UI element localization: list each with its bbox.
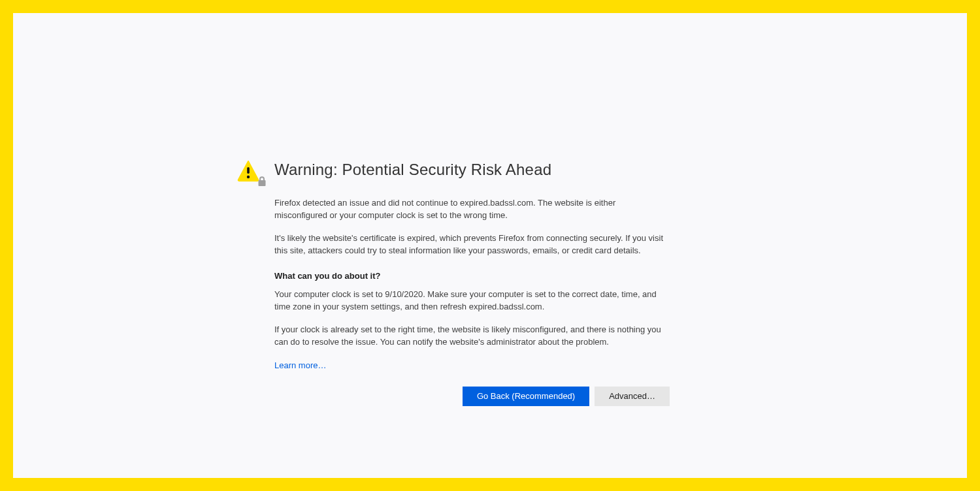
warning-triangle-icon	[237, 159, 260, 183]
svg-point-1	[247, 176, 250, 178]
go-back-button[interactable]: Go Back (Recommended)	[463, 387, 589, 406]
page-background: Warning: Potential Security Risk Ahead F…	[13, 13, 967, 478]
svg-rect-2	[259, 180, 266, 186]
page-title: Warning: Potential Security Risk Ahead	[274, 161, 706, 179]
advanced-button[interactable]: Advanced…	[595, 387, 670, 406]
help-paragraph-2: If your clock is already set to the righ…	[274, 324, 666, 349]
help-paragraph-1: Your computer clock is set to 9/10/2020.…	[274, 289, 666, 313]
learn-more-link[interactable]: Learn more…	[274, 360, 326, 370]
warning-icon-group	[237, 159, 263, 185]
svg-rect-0	[247, 167, 250, 174]
intro-paragraph-1: Firefox detected an issue and did not co…	[274, 197, 666, 222]
error-container: Warning: Potential Security Risk Ahead F…	[274, 159, 706, 478]
lock-icon	[257, 176, 267, 187]
button-row: Go Back (Recommended) Advanced…	[274, 387, 670, 406]
intro-paragraph-2: It's likely the website's certificate is…	[274, 232, 666, 257]
help-sub-heading: What can you do about it?	[274, 271, 706, 281]
